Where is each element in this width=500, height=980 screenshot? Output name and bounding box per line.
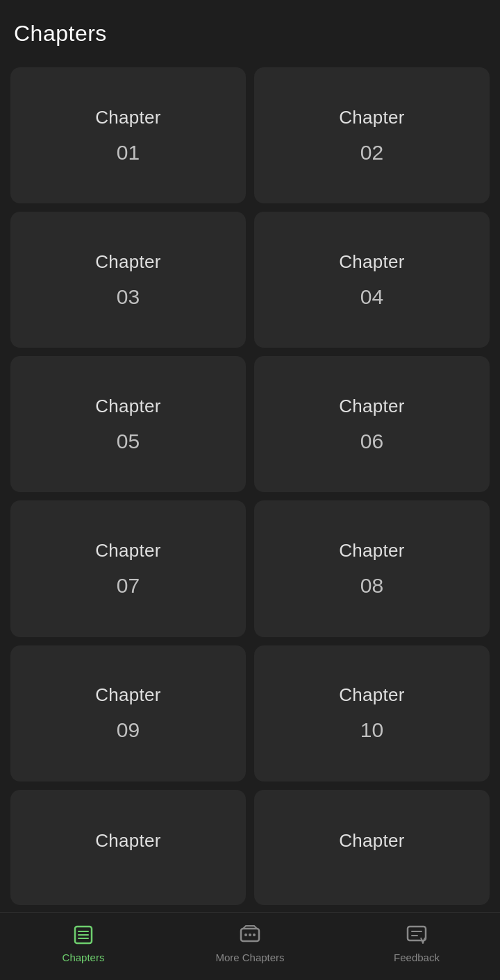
- chapter-number-08: 08: [360, 574, 383, 598]
- chapter-label-05: Chapter: [95, 396, 161, 417]
- chapter-number-07: 07: [117, 574, 140, 598]
- chapter-number-01: 01: [117, 141, 140, 164]
- chapter-label-02: Chapter: [339, 107, 405, 128]
- chapter-number-06: 06: [360, 430, 383, 453]
- chapter-label-07: Chapter: [95, 540, 161, 561]
- chapter-card-08[interactable]: Chapter 08: [254, 500, 490, 636]
- chapters-icon: [71, 922, 96, 947]
- chapter-label-12: Chapter: [339, 830, 405, 852]
- chapter-card-12[interactable]: Chapter: [254, 790, 490, 905]
- chapter-card-07[interactable]: Chapter 07: [10, 500, 246, 636]
- chapter-label-06: Chapter: [339, 396, 405, 417]
- svg-point-6: [249, 933, 251, 936]
- chapter-label-11: Chapter: [95, 830, 161, 852]
- nav-item-chapters[interactable]: Chapters: [0, 922, 167, 963]
- chapter-label-09: Chapter: [95, 684, 161, 706]
- chapter-number-04: 04: [360, 285, 383, 309]
- chapter-label-04: Chapter: [339, 251, 405, 273]
- bottom-nav: Chapters More Chapters Feedback: [0, 912, 500, 980]
- chapter-card-01[interactable]: Chapter 01: [10, 67, 246, 203]
- svg-rect-8: [408, 927, 426, 940]
- chapter-card-10[interactable]: Chapter 10: [254, 645, 490, 782]
- chapter-number-09: 09: [117, 718, 140, 742]
- chapter-number-03: 03: [117, 285, 140, 309]
- chapter-card-09[interactable]: Chapter 09: [10, 645, 246, 782]
- page-header: Chapters: [0, 0, 500, 60]
- chapter-card-02[interactable]: Chapter 02: [254, 67, 490, 203]
- chapter-label-10: Chapter: [339, 684, 405, 706]
- svg-point-5: [244, 933, 247, 936]
- chapter-card-04[interactable]: Chapter 04: [254, 212, 490, 348]
- nav-label-more-chapters: More Chapters: [215, 952, 284, 963]
- chapter-label-03: Chapter: [95, 251, 161, 273]
- chapter-card-03[interactable]: Chapter 03: [10, 212, 246, 348]
- chapter-label-08: Chapter: [339, 540, 405, 561]
- nav-item-more-chapters[interactable]: More Chapters: [167, 922, 333, 963]
- nav-label-feedback: Feedback: [394, 952, 440, 963]
- chapter-card-06[interactable]: Chapter 06: [254, 356, 490, 492]
- nav-item-feedback[interactable]: Feedback: [333, 922, 500, 963]
- chapter-number-02: 02: [360, 141, 383, 164]
- chapters-grid: Chapter 01 Chapter 02 Chapter 03 Chapter…: [0, 60, 500, 912]
- page-title: Chapters: [14, 21, 486, 47]
- chapter-number-05: 05: [117, 430, 140, 453]
- nav-label-chapters: Chapters: [62, 952, 105, 963]
- chapter-number-10: 10: [360, 718, 383, 742]
- chapter-card-11[interactable]: Chapter: [10, 790, 246, 905]
- more-chapters-icon: [238, 922, 262, 947]
- feedback-icon: [404, 922, 429, 947]
- chapter-card-05[interactable]: Chapter 05: [10, 356, 246, 492]
- chapter-label-01: Chapter: [95, 107, 161, 128]
- svg-point-7: [253, 933, 256, 936]
